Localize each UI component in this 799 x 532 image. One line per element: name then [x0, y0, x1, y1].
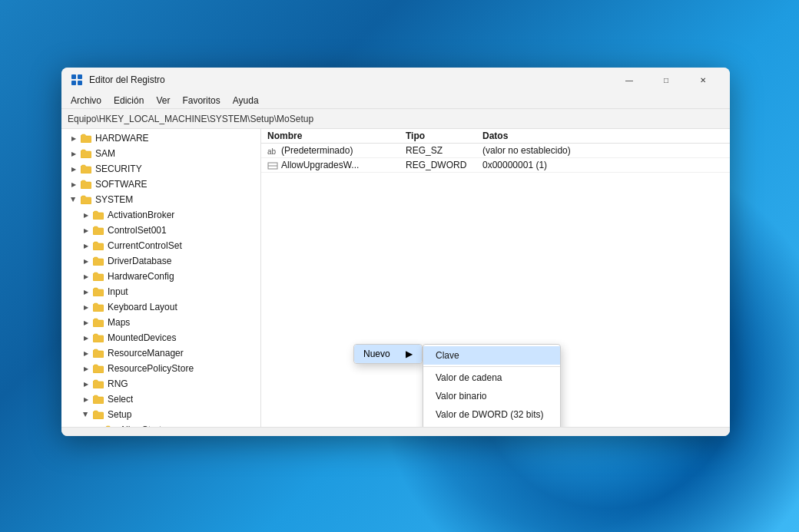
folder-icon [92, 393, 104, 405]
tree-item[interactable]: ▶ DriverDatabase [61, 253, 260, 269]
cell-tipo: REG_SZ [400, 144, 476, 158]
menu-bar: ArchivoEdiciónVerFavoritosAyuda [61, 92, 730, 109]
table-row[interactable]: AllowUpgradesW...REG_DWORD0x00000001 (1) [261, 158, 730, 173]
nuevo-menu-item[interactable]: Nuevo ▶ [353, 344, 423, 364]
tree-item[interactable]: ▶ ResourceManager [61, 345, 260, 361]
submenu-item[interactable]: Clave [423, 346, 560, 365]
tree-item[interactable]: ▶ Keyboard Layout [61, 299, 260, 315]
tree-item-label: Setup [108, 409, 131, 420]
cell-nombre: ab(Predeterminado) [261, 144, 400, 158]
svg-rect-0 [71, 74, 76, 79]
tree-arrow-icon: ▶ [68, 132, 80, 144]
tree-item[interactable]: ▶ Select [61, 392, 260, 407]
tree-item[interactable]: ▶ ResourcePolicyStore [61, 361, 260, 376]
main-content: ▶ HARDWARE▶ SAM▶ SECURITY▶ SOFTWARE▶ SYS… [61, 129, 730, 427]
menu-item-archivo[interactable]: Archivo [65, 94, 108, 107]
detail-panel: Nombre Tipo Datos ab(Predeterminado)REG_… [261, 129, 730, 427]
tree-item-label: MountedDevices [108, 332, 176, 343]
folder-icon [80, 163, 92, 175]
tree-item[interactable]: ▶ SOFTWARE [61, 177, 260, 192]
folder-icon [92, 209, 104, 221]
tree-item-label: ActivationBroker [108, 210, 174, 220]
window-title: Editor del Registro [89, 74, 612, 85]
submenu-divider [423, 366, 560, 367]
folder-icon [80, 132, 92, 144]
tree-item[interactable]: ▶ ActivationBroker [61, 207, 260, 223]
table-row[interactable]: ab(Predeterminado)REG_SZ(valor no establ… [261, 144, 730, 158]
tree-scrollbar[interactable] [61, 427, 730, 436]
tree-item[interactable]: ▶ ControlSet001 [61, 223, 260, 238]
menu-item-ayuda[interactable]: Ayuda [227, 94, 265, 107]
submenu-item[interactable]: Valor de cadena [423, 368, 560, 387]
tree-item[interactable]: ▶ SECURITY [61, 161, 260, 177]
title-bar: Editor del Registro — □ ✕ [61, 68, 730, 92]
menu-item-edición[interactable]: Edición [108, 94, 150, 107]
submenu-item[interactable]: Valor de QWORD (64 bits) [423, 424, 560, 427]
tree-arrow-icon: ▶ [80, 240, 92, 252]
svg-rect-2 [71, 81, 76, 85]
svg-rect-1 [78, 74, 82, 79]
tree-item-label: ResourceManager [108, 348, 184, 359]
menu-item-ver[interactable]: Ver [150, 94, 176, 107]
tree-item-label: ControlSet001 [108, 225, 167, 236]
tree-item-label: SAM [95, 148, 115, 159]
tree-item-label: SOFTWARE [95, 179, 148, 190]
folder-icon [92, 301, 104, 313]
tree-arrow-icon: ▶ [68, 178, 80, 190]
maximize-button[interactable]: □ [648, 68, 684, 92]
tree-item[interactable]: ▶ SYSTEM [61, 192, 260, 207]
folder-icon [92, 408, 104, 421]
tree-panel[interactable]: ▶ HARDWARE▶ SAM▶ SECURITY▶ SOFTWARE▶ SYS… [61, 129, 261, 427]
tree-item[interactable]: ▶ Maps [61, 315, 260, 330]
tree-arrow-icon: ▶ [80, 224, 92, 236]
folder-icon [92, 286, 104, 298]
tree-item-label: Input [108, 286, 128, 297]
tree-item-label: SECURITY [95, 164, 142, 174]
minimize-button[interactable]: — [612, 68, 647, 92]
tree-item-label: Select [108, 394, 133, 405]
tree-arrow-icon: ▶ [68, 147, 80, 160]
tree-item-label: HardwareConfig [108, 271, 174, 282]
folder-icon [80, 147, 92, 160]
tree-arrow-icon: ▶ [80, 316, 92, 329]
tree-arrow-icon: ▶ [80, 332, 92, 344]
tree-item-label: HARDWARE [95, 133, 149, 144]
tree-arrow-icon: ▶ [80, 286, 92, 298]
svg-text:ab: ab [267, 147, 277, 156]
cell-tipo: REG_DWORD [400, 158, 476, 173]
tree-arrow-icon: ▶ [68, 193, 80, 206]
tree-arrow-icon: ▶ [80, 270, 92, 283]
folder-icon [92, 224, 104, 236]
folder-icon [92, 316, 104, 329]
submenu-item[interactable]: Valor de DWORD (32 bits) [423, 405, 560, 424]
folder-icon [92, 240, 104, 252]
nuevo-label: Nuevo [363, 349, 390, 359]
tree-item-label: RNG [108, 378, 128, 389]
folder-icon [92, 255, 104, 267]
tree-item[interactable]: ▶ Input [61, 284, 260, 299]
detail-table: Nombre Tipo Datos ab(Predeterminado)REG_… [261, 129, 730, 173]
nuevo-submenu: ClaveValor de cadenaValor binarioValor d… [423, 344, 561, 427]
folder-icon [92, 332, 104, 344]
col-header-datos: Datos [476, 129, 730, 144]
svg-rect-3 [78, 81, 82, 85]
tree-arrow-icon: ▶ [80, 378, 92, 390]
tree-arrow-icon: ▶ [80, 393, 92, 405]
tree-item[interactable]: ▶ HardwareConfig [61, 269, 260, 284]
tree-item[interactable]: ▶ Setup [61, 407, 260, 422]
tree-arrow-icon: ▶ [80, 362, 92, 375]
submenu-item[interactable]: Valor binario [423, 387, 560, 405]
close-button[interactable]: ✕ [685, 68, 721, 92]
tree-item-label: Keyboard Layout [108, 302, 177, 312]
tree-item[interactable]: ▶ RNG [61, 376, 260, 392]
tree-arrow-icon: ▶ [80, 255, 92, 267]
tree-arrow-icon: ▶ [80, 209, 92, 221]
tree-item[interactable]: ▶ HARDWARE [61, 131, 260, 146]
tree-item[interactable]: ▶ MountedDevices [61, 330, 260, 345]
tree-item[interactable]: ▶ SAM [61, 146, 260, 161]
tree-item[interactable]: ▶ CurrentControlSet [61, 238, 260, 253]
tree-arrow-icon: ▶ [80, 301, 92, 313]
menu-item-favoritos[interactable]: Favoritos [176, 94, 226, 107]
tree-item-label: ResourcePolicyStore [108, 363, 194, 374]
cell-datos: (valor no establecido) [476, 144, 730, 158]
